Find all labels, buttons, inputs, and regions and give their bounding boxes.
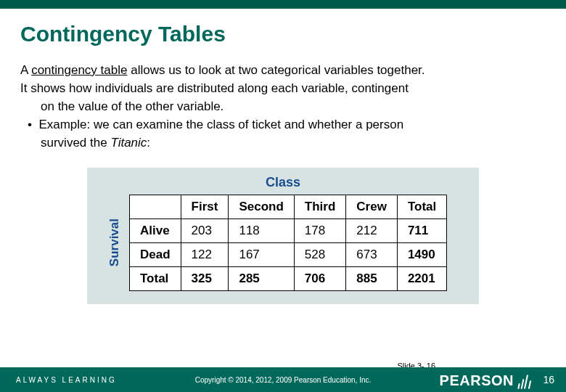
cell: 203 [181,219,229,242]
col-header: First [181,195,229,219]
table-top-label: Class [107,175,459,190]
body-line-1: A contingency table allows us to look at… [20,62,546,79]
col-header: Crew [346,195,398,219]
pearson-wordmark: PEARSON [440,372,514,389]
underlined-term: contingency table [31,63,127,77]
table-row-total: Total 325 285 706 885 2201 [130,266,447,290]
cell: 885 [346,266,398,290]
footer-bar: ALWAYS LEARNING Copyright © 2014, 2012, … [0,367,566,392]
cell: 167 [229,242,294,266]
table-row: Dead 122 167 528 673 1490 [130,242,447,266]
footer-tagline: ALWAYS LEARNING [0,376,117,384]
italic-term: Titanic [110,136,147,150]
text: A [20,63,31,77]
body-line-3: on the value of the other variable. [20,99,546,115]
slide-title: Contingency Tables [20,22,546,46]
cell: 118 [229,219,294,242]
row-total: 711 [397,219,446,242]
table-header-row: First Second Third Crew Total [130,195,447,219]
contingency-table: First Second Third Crew Total Alive 203 … [129,195,447,291]
table-side-label: Survival [107,219,122,266]
row-label-total: Total [130,266,181,290]
pearson-logo: PEARSON [440,372,531,389]
table-corner-cell [130,195,181,219]
body-line-5: survived the Titanic: [20,135,546,152]
table-row: Alive 203 118 178 212 711 [130,219,447,242]
text: allows us to look at two categorical var… [127,63,424,77]
text: : [147,136,150,150]
content-area: Contingency Tables A contingency table a… [0,9,566,304]
footer-copyright: Copyright © 2014, 2012, 2009 Pearson Edu… [195,376,372,384]
pearson-bars-icon [518,373,531,389]
grand-total: 2201 [397,266,446,290]
col-header: Second [229,195,294,219]
text: survived the [41,136,110,150]
col-header: Third [294,195,346,219]
contingency-table-figure: Class Survival First Second Third Crew T… [87,168,479,304]
text: Example: we can examine the class of tic… [38,118,403,131]
cell: 178 [294,219,346,242]
cell: 673 [346,242,398,266]
body-text: A contingency table allows us to look at… [20,62,546,152]
cell: 122 [181,242,229,266]
cell: 528 [294,242,346,266]
row-label: Alive [130,219,181,242]
cell: 285 [229,266,294,290]
row-label: Dead [130,242,181,266]
cell: 706 [294,266,346,290]
slide: Contingency Tables A contingency table a… [0,0,566,392]
page-number: 16 [543,374,554,385]
row-total: 1490 [397,242,446,266]
cell: 325 [181,266,229,290]
body-line-2: It shows how individuals are distributed… [20,81,546,97]
body-line-4: • Example: we can examine the class of t… [20,117,546,134]
col-header-total: Total [397,195,446,219]
cell: 212 [346,219,398,242]
top-accent-bar [0,0,566,9]
